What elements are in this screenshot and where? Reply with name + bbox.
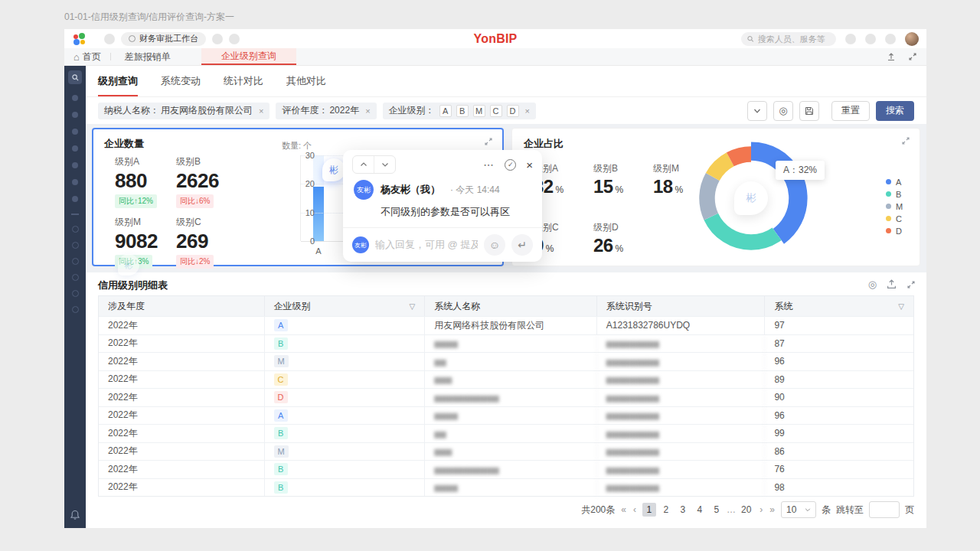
header-placeholder-icon[interactable] (865, 34, 876, 44)
bell-icon[interactable] (70, 510, 80, 520)
column-header[interactable]: 系统▽ (765, 296, 913, 316)
column-header[interactable]: 涉及年度 (99, 296, 265, 316)
page-tab[interactable]: 级别查询 (98, 66, 138, 96)
expand-icon[interactable] (901, 136, 910, 145)
page-number-button[interactable]: 1 (642, 503, 656, 517)
rail-item[interactable] (72, 196, 78, 202)
filter-chip[interactable]: 纳税人名称：用友网络股份有限公司× (98, 103, 270, 119)
table-row[interactable]: 2022年 B ▆▆ ▆▆▆▆▆▆▆▆▆ 99 (99, 424, 913, 442)
app-logo-icon[interactable] (74, 33, 86, 45)
workspace-pill[interactable]: 财务审批工作台 (121, 32, 206, 46)
rail-item[interactable] (72, 242, 79, 249)
legend-item[interactable]: M (886, 202, 903, 210)
nav-tab-差旅报销单[interactable]: 差旅报销单 (111, 48, 185, 65)
comment-anchor-bubble[interactable]: 彬 (322, 158, 345, 181)
filter-chip[interactable]: 企业级别：ABMCD× (383, 103, 536, 119)
donut-chart[interactable]: 彬 (691, 139, 811, 258)
collapse-filters-button[interactable] (747, 101, 767, 121)
rail-item[interactable] (72, 145, 78, 152)
table-row[interactable]: 2022年 M ▆▆ ▆▆▆▆▆▆▆▆▆ 96 (99, 352, 913, 370)
next-comment-button[interactable] (374, 156, 395, 173)
cell-name: ▆▆▆▆ (425, 335, 597, 353)
column-header[interactable]: 系统人名称 (425, 296, 597, 316)
prev-page-button[interactable]: ‹ (632, 504, 637, 515)
remove-chip-icon[interactable]: × (525, 106, 530, 116)
remove-chip-icon[interactable]: × (259, 106, 263, 116)
filter-settings-button[interactable]: ◎ (773, 101, 793, 121)
page-number-button[interactable]: 5 (710, 503, 724, 517)
rail-item[interactable] (72, 290, 79, 297)
next-page-button[interactable]: › (759, 504, 763, 515)
column-header[interactable]: 系统识别号 (597, 296, 766, 316)
table-row[interactable]: 2022年 B ▆▆▆▆ ▆▆▆▆▆▆▆▆▆ 98 (99, 478, 913, 497)
fullscreen-icon[interactable] (908, 52, 917, 61)
table-settings-icon[interactable]: ◎ (868, 279, 877, 290)
header-placeholder-icon[interactable] (845, 34, 856, 44)
page-tabs: 级别查询系统变动统计对比其他对比 (86, 66, 926, 97)
first-page-button[interactable]: « (620, 504, 627, 515)
rail-item[interactable] (72, 258, 79, 265)
legend-item[interactable]: C (886, 214, 903, 223)
page-number-button[interactable]: 20 (739, 503, 753, 517)
more-actions-icon[interactable]: ⋯ (483, 158, 495, 171)
close-icon[interactable]: × (526, 158, 533, 171)
header-placeholder-icon[interactable] (212, 34, 223, 44)
table-row[interactable]: 2022年 C ▆▆▆ ▆▆▆▆▆▆▆▆▆ 89 (99, 370, 913, 389)
rail-item[interactable] (72, 129, 78, 135)
resolve-comment-icon[interactable]: ✓ (505, 159, 516, 171)
last-page-button[interactable]: » (769, 504, 776, 515)
reply-input[interactable]: 输入回复，可用 @ 提及 (375, 238, 478, 252)
rail-item[interactable] (72, 95, 78, 101)
search-button[interactable]: 搜索 (876, 101, 914, 121)
rail-item[interactable] (72, 112, 78, 118)
send-reply-button[interactable]: ↵ (511, 234, 533, 256)
remove-chip-icon[interactable]: × (365, 106, 370, 116)
page-tab[interactable]: 统计对比 (224, 66, 263, 96)
header-placeholder-icon[interactable] (229, 34, 240, 44)
column-header[interactable]: 企业级别▽ (265, 296, 426, 316)
expand-icon[interactable] (906, 280, 916, 289)
table-row[interactable]: 2022年 A ▆▆▆▆ ▆▆▆▆▆▆▆▆▆ 96 (99, 406, 913, 425)
comment-anchor-bubble[interactable]: 彬 (734, 181, 768, 215)
table-row[interactable]: 2022年 M ▆▆▆ ▆▆▆▆▆▆▆▆▆ 86 (99, 442, 913, 461)
table-row[interactable]: 2022年 D ▆▆▆▆▆▆▆▆▆▆▆ ▆▆▆▆▆▆▆▆▆ 90 (99, 388, 913, 406)
filter-chip[interactable]: 评价年度：2022年× (276, 103, 376, 119)
header-placeholder-icon[interactable] (885, 34, 896, 44)
emoji-button[interactable]: ☺ (484, 234, 505, 256)
filter-funnel-icon[interactable]: ▽ (898, 302, 904, 311)
page-tab[interactable]: 系统变动 (161, 66, 201, 96)
rail-item[interactable] (72, 306, 79, 313)
rail-search-button[interactable] (68, 70, 82, 84)
table-row[interactable]: 2022年 A 用友网络科技股份有限公司 A1231832786UYDQ 97 (99, 316, 913, 334)
page-size-select[interactable]: 10 (781, 501, 816, 518)
level-badge: M (274, 445, 289, 458)
legend-item[interactable]: B (886, 190, 903, 198)
page-number-button[interactable]: 4 (693, 503, 707, 517)
reset-button[interactable]: 重置 (831, 101, 870, 121)
nav-home[interactable]: ⌂ 首页 (64, 48, 110, 65)
nav-tab-企业级别查询[interactable]: 企业级别查询 (201, 48, 296, 65)
comment-anchor-bubble-faded[interactable]: 彬 (118, 254, 139, 276)
page-number-button[interactable]: 2 (659, 503, 673, 517)
jump-page-input[interactable] (869, 501, 900, 518)
rail-item[interactable] (72, 274, 79, 281)
legend-item[interactable]: A (886, 178, 903, 186)
save-scheme-button[interactable] (799, 101, 819, 121)
legend-item[interactable]: D (886, 227, 903, 235)
company-ratio-card[interactable]: 企业占比 级别A 32 %级别B 15 %级别M 18 %级别C 9 %级别D … (511, 128, 920, 266)
filter-funnel-icon[interactable]: ▽ (410, 302, 416, 311)
user-avatar[interactable] (905, 32, 919, 46)
pin-top-icon[interactable] (887, 52, 896, 61)
table-row[interactable]: 2022年 B ▆▆▆▆ ▆▆▆▆▆▆▆▆▆ 87 (99, 334, 913, 353)
rail-item[interactable] (72, 226, 79, 233)
global-search-input[interactable] (758, 34, 830, 44)
export-icon[interactable] (887, 279, 897, 289)
page-number-button[interactable]: 3 (676, 503, 690, 517)
rail-item[interactable] (72, 179, 78, 185)
table-row[interactable]: 2022年 B ▆▆▆▆▆▆▆▆▆▆▆ ▆▆▆▆▆▆▆▆▆ 76 (99, 460, 913, 478)
rail-item[interactable] (72, 162, 78, 168)
prev-comment-button[interactable] (353, 156, 374, 173)
header-placeholder-icon[interactable] (104, 34, 115, 44)
global-search[interactable] (741, 32, 836, 46)
page-tab[interactable]: 其他对比 (286, 66, 326, 96)
